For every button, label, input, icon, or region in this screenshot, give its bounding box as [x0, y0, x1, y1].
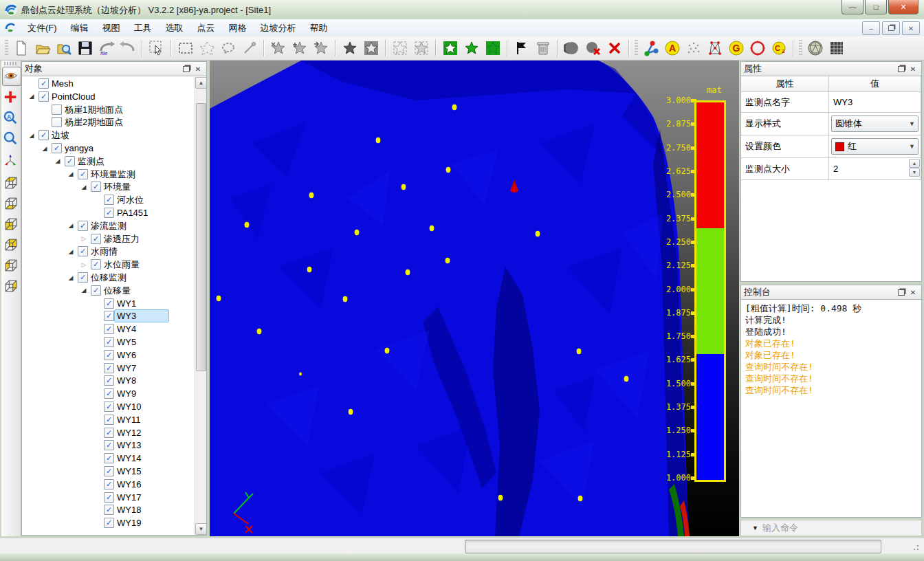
- collapse-icon[interactable]: ◢: [80, 184, 87, 190]
- monitoring-point[interactable]: [299, 373, 302, 376]
- monitoring-point[interactable]: [452, 104, 457, 110]
- sphere-delete-icon[interactable]: [584, 39, 602, 58]
- lasso-select-icon[interactable]: [219, 39, 237, 58]
- visibility-checkbox[interactable]: ✓: [104, 440, 114, 450]
- tree-item-label[interactable]: 水雨情: [89, 245, 120, 257]
- visibility-checkbox[interactable]: ✓: [104, 337, 114, 347]
- toolbar-drag-handle[interactable]: [4, 62, 18, 65]
- flag-icon[interactable]: [512, 39, 531, 58]
- tree-item-label[interactable]: WY5: [115, 336, 138, 348]
- folder-search-icon[interactable]: [54, 39, 73, 58]
- spin-down-icon[interactable]: ▼: [909, 168, 920, 177]
- monitoring-point[interactable]: [402, 184, 406, 190]
- menu-item-5[interactable]: 点云: [190, 20, 222, 36]
- collapse-icon[interactable]: ◢: [67, 222, 74, 229]
- visibility-checkbox[interactable]: ✓: [104, 492, 114, 503]
- star-select-2-icon[interactable]: [290, 39, 309, 58]
- star-select-1-icon[interactable]: [269, 39, 287, 58]
- monitoring-point[interactable]: [307, 267, 312, 272]
- menu-item-8[interactable]: 帮助: [303, 20, 335, 36]
- scroll-down-icon[interactable]: ▼: [195, 523, 207, 535]
- visibility-checkbox[interactable]: ✓: [104, 208, 114, 218]
- visibility-checkbox[interactable]: ✓: [104, 388, 114, 399]
- monitoring-point[interactable]: [343, 296, 348, 302]
- cube-back-button[interactable]: [2, 236, 20, 254]
- zoom-a-button[interactable]: A: [2, 109, 20, 127]
- menu-item-2[interactable]: 视图: [96, 20, 127, 36]
- sphere-icon[interactable]: [562, 39, 581, 58]
- property-value-3[interactable]: 2▲▼: [829, 158, 921, 180]
- collapse-icon[interactable]: ◢: [28, 132, 35, 139]
- cursor-select-icon[interactable]: [147, 39, 166, 58]
- close-panel-icon[interactable]: ✕: [192, 64, 204, 74]
- collapse-icon[interactable]: ◢: [54, 157, 61, 164]
- box-select-1-icon[interactable]: [390, 39, 409, 58]
- trash-icon[interactable]: [534, 39, 552, 58]
- tree-item-label[interactable]: 杨崖1期地面点: [63, 104, 125, 116]
- collapse-icon[interactable]: ◢: [67, 248, 74, 255]
- menu-item-6[interactable]: 网格: [222, 20, 254, 36]
- menu-item-7[interactable]: 边坡分析: [254, 20, 303, 36]
- tree-item-label[interactable]: WY15: [115, 465, 143, 477]
- circle-g-icon[interactable]: G: [727, 39, 745, 58]
- visibility-checkbox[interactable]: ✓: [104, 479, 114, 490]
- menu-item-0[interactable]: 文件(F): [21, 20, 64, 36]
- tree-item-label[interactable]: WY4: [115, 323, 138, 335]
- float-panel-icon[interactable]: [896, 64, 908, 74]
- save-icon[interactable]: [76, 39, 94, 58]
- visibility-checkbox[interactable]: ✓: [65, 156, 75, 166]
- cube-left-button[interactable]: [2, 256, 20, 274]
- close-panel-icon[interactable]: ✕: [908, 64, 918, 74]
- mdi-minimize-button[interactable]: –: [862, 21, 880, 35]
- tree-item-label[interactable]: 水位雨量: [102, 258, 142, 270]
- monitoring-point[interactable]: [578, 496, 583, 501]
- monitoring-point[interactable]: [498, 495, 503, 500]
- chevron-down-icon[interactable]: ▼: [909, 120, 915, 127]
- menu-item-4[interactable]: 选取: [159, 20, 190, 36]
- monitoring-point[interactable]: [536, 231, 540, 236]
- star-box-icon[interactable]: [362, 39, 380, 58]
- visibility-checkbox[interactable]: ✓: [104, 311, 114, 321]
- cube-front-button[interactable]: [2, 215, 20, 233]
- tree-scrollbar[interactable]: ▲ ▼: [195, 77, 207, 535]
- tree-item-label[interactable]: 位移监测: [89, 272, 129, 283]
- monitoring-point[interactable]: [355, 230, 360, 235]
- tree-item-label[interactable]: WY6: [115, 349, 138, 361]
- monitoring-point[interactable]: [349, 409, 353, 415]
- visibility-checkbox[interactable]: [52, 104, 62, 115]
- command-input-bar[interactable]: ▼ 输入命令: [740, 520, 922, 536]
- visibility-checkbox[interactable]: ✓: [104, 195, 114, 205]
- toolbar-drag-handle[interactable]: [5, 40, 8, 56]
- 3d-viewport[interactable]: mat 3.0002.8752.7502.6252.5002.3752.2502…: [210, 60, 739, 536]
- visibility-checkbox[interactable]: ✓: [104, 402, 114, 412]
- tree-item-label[interactable]: 渗透压力: [102, 233, 142, 245]
- tree-item-label[interactable]: 监测点: [76, 155, 107, 167]
- tree-item-label[interactable]: PA1451: [115, 207, 150, 219]
- tree-item-label[interactable]: WY3: [114, 309, 169, 322]
- close-panel-icon[interactable]: ✕: [908, 287, 918, 298]
- collapse-icon[interactable]: ◢: [80, 287, 87, 294]
- new-file-icon[interactable]: [12, 39, 30, 58]
- monitoring-point[interactable]: [217, 296, 221, 301]
- cube-bottom-button[interactable]: [2, 195, 20, 212]
- monitoring-point[interactable]: [446, 167, 451, 173]
- minimize-button[interactable]: —: [842, 0, 864, 14]
- monitoring-point[interactable]: [406, 270, 410, 275]
- tree-item-label[interactable]: 位移量: [102, 285, 133, 296]
- tree-item-label[interactable]: WY11: [115, 414, 142, 426]
- monitoring-point[interactable]: [245, 222, 250, 228]
- tree-scrollbar-thumb[interactable]: [196, 103, 206, 371]
- tree-item-label[interactable]: 边坡: [50, 129, 72, 141]
- visibility-checkbox[interactable]: ✓: [104, 466, 114, 476]
- tree-item-label[interactable]: WY16: [115, 478, 143, 490]
- visibility-checkbox[interactable]: ✓: [78, 169, 88, 179]
- visibility-checkbox[interactable]: ✓: [91, 259, 101, 270]
- visibility-checkbox[interactable]: ✓: [104, 363, 114, 373]
- monitoring-point[interactable]: [385, 348, 390, 353]
- collapse-icon[interactable]: ◢: [41, 145, 48, 152]
- visibility-checkbox[interactable]: ✓: [38, 78, 49, 89]
- tree-item-label[interactable]: WY9: [115, 388, 138, 399]
- visibility-checkbox[interactable]: ✓: [104, 505, 114, 515]
- tree-item-label[interactable]: WY8: [115, 375, 138, 386]
- cube-top-button[interactable]: [2, 174, 20, 192]
